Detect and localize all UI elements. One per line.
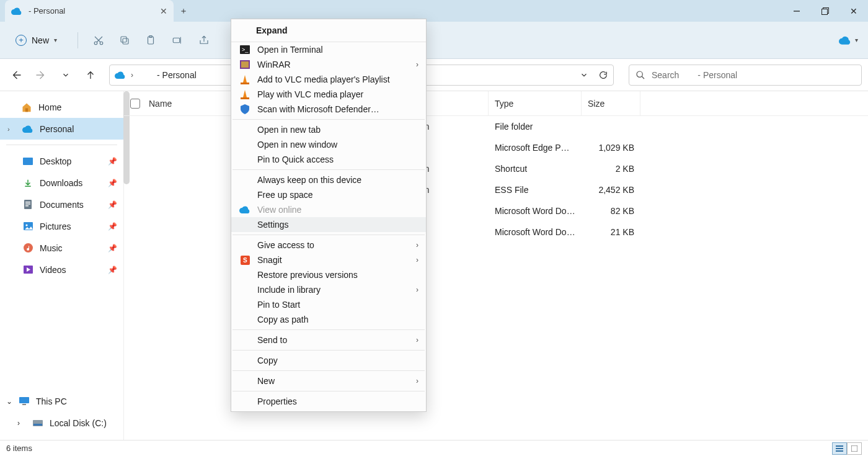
- snagit-icon: S: [239, 256, 251, 265]
- context-menu-label: Restore previous versions: [257, 270, 418, 280]
- sidebar-downloads[interactable]: Downloads 📌: [0, 172, 123, 194]
- context-menu-item[interactable]: Scan with Microsoft Defender…: [231, 102, 426, 117]
- onedrive-status-button[interactable]: ▾: [839, 36, 858, 45]
- context-menu-item[interactable]: Add to VLC media player's Playlist: [231, 72, 426, 87]
- minimize-button[interactable]: [782, 0, 811, 22]
- new-tab-button[interactable]: ＋: [174, 0, 193, 22]
- details-view-button[interactable]: [832, 442, 847, 455]
- context-menu-item[interactable]: Open in new window: [231, 137, 426, 152]
- svg-rect-16: [25, 205, 29, 207]
- tab-title: - Personal: [29, 6, 154, 16]
- search-placeholder-path: - Personal: [698, 70, 737, 80]
- context-menu-item[interactable]: Restore previous versions: [231, 267, 426, 282]
- cell-size: 82 KB: [582, 206, 640, 216]
- sidebar-music[interactable]: Music 📌: [0, 237, 123, 259]
- context-menu-item[interactable]: Properties: [231, 394, 426, 409]
- svg-rect-14: [25, 202, 30, 203]
- context-menu-label: View online: [257, 205, 418, 215]
- close-button[interactable]: ✕: [839, 0, 868, 22]
- forward-button[interactable]: [31, 65, 51, 85]
- context-menu-item[interactable]: SSnagit›: [231, 253, 426, 267]
- cell-size: 1,029 KB: [582, 143, 640, 153]
- cell-size: 21 KB: [582, 227, 640, 237]
- context-menu-item[interactable]: Copy: [231, 353, 426, 368]
- select-all-checkbox[interactable]: [130, 99, 140, 109]
- svg-rect-36: [851, 445, 857, 452]
- svg-rect-11: [25, 108, 28, 112]
- column-name-label: Name: [149, 99, 172, 109]
- sidebar-documents[interactable]: Documents 📌: [0, 194, 123, 215]
- context-menu-label: Open in new window: [257, 140, 418, 150]
- context-menu-label: Include in library: [257, 285, 410, 295]
- paste-icon[interactable]: [145, 35, 156, 46]
- cut-icon[interactable]: [93, 35, 104, 46]
- column-type[interactable]: Type: [489, 91, 582, 115]
- context-menu-separator: [232, 350, 425, 351]
- chevron-down-icon[interactable]: ⌄: [6, 397, 12, 406]
- recent-locations-button[interactable]: [56, 65, 76, 85]
- context-menu-item[interactable]: Give access to›: [231, 238, 426, 253]
- svg-point-19: [24, 243, 33, 253]
- context-menu-item[interactable]: Pin to Quick access: [231, 152, 426, 167]
- new-button[interactable]: + New ▾: [10, 32, 63, 49]
- chevron-right-icon[interactable]: ›: [17, 419, 20, 427]
- sidebar-personal[interactable]: › Personal: [0, 118, 123, 140]
- refresh-button[interactable]: [598, 70, 608, 80]
- sidebar-desktop[interactable]: Desktop 📌: [0, 150, 123, 172]
- context-menu-header[interactable]: Expand: [231, 19, 426, 42]
- context-menu-item[interactable]: Free up space: [231, 187, 426, 202]
- up-button[interactable]: [81, 65, 100, 85]
- context-menu-item[interactable]: New›: [231, 373, 426, 388]
- sidebar-this-pc[interactable]: ⌄ This PC: [0, 390, 123, 412]
- sidebar-videos[interactable]: Videos 📌: [0, 259, 123, 280]
- rename-icon[interactable]: [171, 35, 184, 46]
- large-icons-view-button[interactable]: [847, 442, 862, 455]
- svg-rect-22: [22, 404, 26, 405]
- context-menu-label: Give access to: [257, 240, 410, 250]
- vlc-icon: [239, 90, 251, 99]
- chevron-right-icon[interactable]: ›: [7, 125, 10, 133]
- tab-close-button[interactable]: ✕: [160, 6, 167, 16]
- pc-icon: [19, 397, 30, 405]
- copy-icon[interactable]: [119, 35, 130, 46]
- share-icon[interactable]: [198, 35, 210, 46]
- status-item-count: 6 items: [6, 444, 32, 453]
- context-menu-item[interactable]: Pin to Start: [231, 297, 426, 312]
- sidebar-local-disk[interactable]: › Local Disk (C:): [0, 412, 123, 434]
- context-menu-item[interactable]: Open in new tab: [231, 122, 426, 137]
- cell-type: Microsoft Edge PDF …: [489, 143, 582, 153]
- pin-icon: 📌: [108, 222, 117, 231]
- svg-rect-34: [836, 448, 843, 449]
- cell-type: ESS File: [489, 185, 582, 195]
- window-tab[interactable]: - Personal ✕: [5, 0, 174, 22]
- context-menu-item[interactable]: Include in library›: [231, 282, 426, 297]
- context-menu-separator: [232, 235, 425, 235]
- context-menu-label: Open in Terminal: [257, 45, 418, 55]
- context-menu-item[interactable]: >_Open in Terminal: [231, 42, 426, 57]
- sidebar-localdisk-label: Local Disk (C:): [50, 418, 107, 428]
- context-menu-label: Properties: [257, 396, 418, 406]
- context-menu-label: Open in new tab: [257, 125, 418, 135]
- sidebar-pictures[interactable]: Pictures 📌: [0, 215, 123, 237]
- context-menu-item[interactable]: Copy as path: [231, 312, 426, 327]
- context-menu-item[interactable]: Play with VLC media player: [231, 87, 426, 102]
- maximize-button[interactable]: [811, 0, 839, 22]
- context-menu-item[interactable]: WinRAR›: [231, 57, 426, 72]
- back-button[interactable]: [6, 65, 26, 85]
- address-history-button[interactable]: [580, 71, 588, 79]
- sidebar-label: Documents: [40, 200, 84, 210]
- chevron-right-icon: ›: [416, 377, 418, 385]
- context-menu-item[interactable]: Send to›: [231, 333, 426, 347]
- context-menu-item[interactable]: Always keep on this device: [231, 172, 426, 187]
- svg-rect-24: [33, 424, 42, 426]
- cell-type: Microsoft Word Doc…: [489, 227, 582, 237]
- breadcrumb-chevron-icon[interactable]: ›: [131, 71, 133, 79]
- context-menu-item[interactable]: Settings: [231, 217, 426, 232]
- sidebar-home[interactable]: Home: [0, 96, 123, 118]
- cloud-icon: [239, 206, 251, 213]
- chevron-down-icon: ▾: [855, 37, 858, 43]
- search-box[interactable]: Search - Personal: [629, 65, 862, 86]
- column-size[interactable]: Size: [582, 91, 640, 115]
- context-menu-label: Always keep on this device: [257, 175, 418, 185]
- chevron-right-icon: ›: [416, 241, 418, 249]
